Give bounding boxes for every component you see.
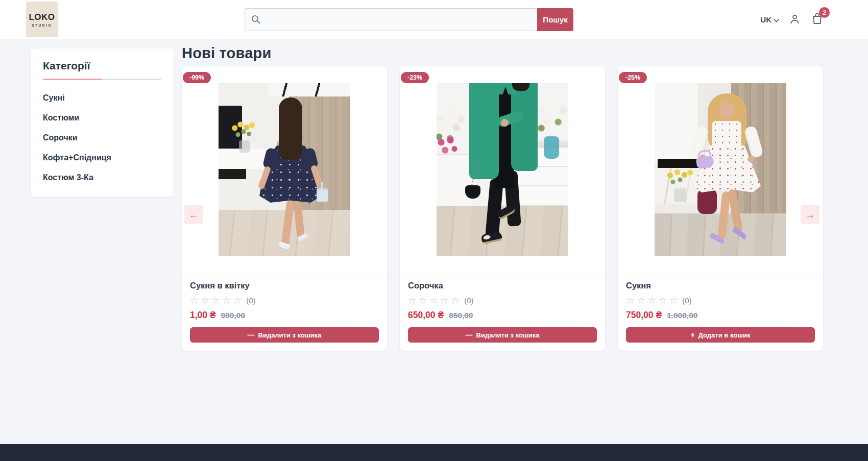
- product-image[interactable]: [437, 83, 568, 256]
- footer: [0, 444, 868, 461]
- product-card: -99% Сукня в квітку ☆☆☆☆☆ (0: [182, 66, 387, 351]
- language-label: UK: [760, 15, 771, 24]
- star-icon: ☆: [669, 296, 678, 305]
- chevron-down-icon: [774, 15, 779, 24]
- sidebar-title: Категорії: [43, 60, 161, 72]
- star-icon: ☆: [222, 296, 231, 305]
- rating-count: (0): [246, 296, 255, 305]
- star-icon: ☆: [637, 296, 645, 305]
- add-to-cart-button[interactable]: + Додати в кошик: [626, 327, 815, 343]
- product-image[interactable]: [655, 83, 786, 256]
- current-price: 1,00 ₴: [190, 310, 216, 321]
- product-rating: ☆☆☆☆☆ (0): [408, 296, 597, 305]
- product-rating: ☆☆☆☆☆ (0): [190, 296, 379, 305]
- account-button[interactable]: [788, 13, 801, 27]
- current-price: 650,00 ₴: [408, 310, 444, 321]
- product-card: -25% Сукня ☆☆☆☆☆ (0): [618, 66, 823, 351]
- carousel-next-button[interactable]: →: [801, 205, 819, 224]
- star-icon: ☆: [626, 296, 635, 305]
- main-content: Нові товари ← → -99% Сукня в кв: [182, 45, 823, 351]
- current-price: 750,00 ₴: [626, 310, 662, 321]
- remove-from-cart-button[interactable]: — Видалити з кошика: [190, 327, 379, 343]
- sidebar-item-suit-3[interactable]: Костюм 3-Ка: [43, 173, 161, 182]
- star-icon: ☆: [201, 296, 209, 305]
- page-title: Нові товари: [182, 45, 823, 62]
- carousel-prev-button[interactable]: ←: [184, 205, 203, 224]
- product-name[interactable]: Сорочка: [408, 281, 597, 290]
- sidebar-item-top-skirt[interactable]: Кофта+Спідниця: [43, 153, 161, 162]
- button-label: Видалити з кошика: [258, 331, 322, 339]
- logo-subtext: STUDIO: [32, 23, 52, 27]
- logo-text: LOKO: [29, 12, 55, 22]
- rating-count: (0): [682, 296, 691, 305]
- search-button[interactable]: Пошук: [537, 8, 573, 31]
- button-label: Додати в кошик: [698, 331, 751, 339]
- logo[interactable]: LOKO STUDIO: [26, 2, 58, 37]
- star-icon: ☆: [451, 296, 460, 305]
- sidebar-item-suits[interactable]: Костюми: [43, 113, 161, 123]
- search-input[interactable]: [245, 8, 537, 31]
- sidebar-item-dresses[interactable]: Сукні: [43, 93, 161, 103]
- cart-button[interactable]: 2: [810, 12, 824, 28]
- discount-badge: -99%: [183, 72, 211, 83]
- arrow-right-icon: →: [805, 209, 815, 221]
- plus-icon: +: [690, 331, 694, 338]
- star-icon: ☆: [190, 296, 199, 305]
- product-name[interactable]: Сукня в квітку: [190, 281, 379, 290]
- star-icon: ☆: [211, 296, 220, 305]
- star-icon: ☆: [658, 296, 667, 305]
- product-card: -23% Сорочка ☆☆☆☆☆ (0): [400, 66, 605, 351]
- search-bar: Пошук: [245, 8, 573, 31]
- star-icon: ☆: [233, 296, 242, 305]
- product-media: [182, 66, 387, 273]
- minus-icon: —: [466, 331, 473, 338]
- arrow-left-icon: ←: [189, 209, 199, 221]
- remove-from-cart-button[interactable]: — Видалити з кошика: [408, 327, 597, 343]
- old-price: 850,00: [449, 311, 473, 320]
- discount-badge: -25%: [619, 72, 647, 83]
- discount-badge: -23%: [401, 72, 429, 83]
- old-price: 900,00: [221, 311, 245, 320]
- shopping-bag-icon: [810, 18, 824, 27]
- new-products-carousel: ← → -99% Сукня в квітку: [182, 66, 823, 351]
- header: LOKO STUDIO Пошук UK 2: [0, 0, 868, 39]
- language-selector[interactable]: UK: [760, 15, 779, 24]
- sidebar-item-shirts[interactable]: Сорочки: [43, 133, 161, 142]
- product-media: [618, 66, 823, 273]
- product-image[interactable]: [219, 83, 350, 256]
- star-icon: ☆: [419, 296, 427, 305]
- minus-icon: —: [248, 331, 255, 338]
- product-rating: ☆☆☆☆☆ (0): [626, 296, 815, 305]
- star-icon: ☆: [647, 296, 656, 305]
- old-price: 1.000,00: [667, 311, 697, 320]
- rating-count: (0): [464, 296, 473, 305]
- star-icon: ☆: [429, 296, 438, 305]
- cart-count-badge: 2: [819, 7, 830, 18]
- star-icon: ☆: [440, 296, 449, 305]
- star-icon: ☆: [408, 296, 417, 305]
- product-name[interactable]: Сукня: [626, 281, 815, 290]
- sidebar-title-underline: [43, 79, 161, 80]
- categories-sidebar: Категорії Сукні Костюми Сорочки Кофта+Сп…: [31, 48, 174, 197]
- user-icon: [788, 13, 801, 27]
- product-media: [400, 66, 605, 273]
- button-label: Видалити з кошика: [476, 331, 540, 339]
